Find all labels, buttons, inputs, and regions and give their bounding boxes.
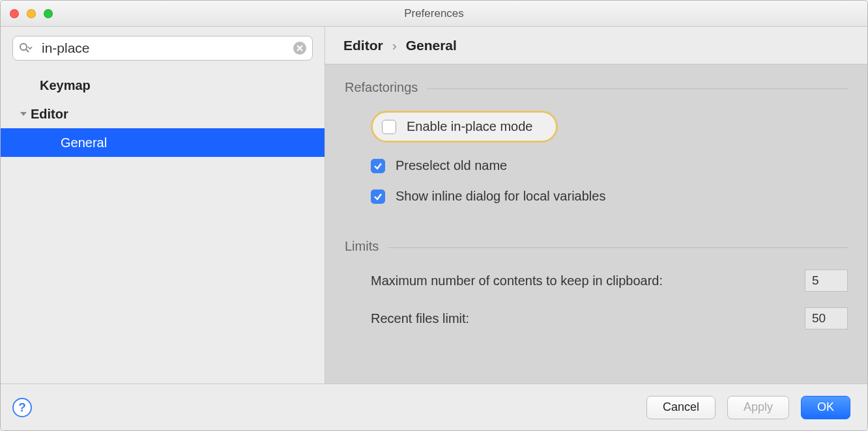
breadcrumb-separator-icon: › — [392, 38, 397, 53]
recent-files-limit-input[interactable] — [805, 307, 848, 329]
sidebar-item-editor[interactable]: Editor — [1, 100, 325, 128]
limit-row-clipboard: Maximum number of contents to keep in cl… — [345, 270, 848, 307]
window-title: Preferences — [1, 7, 867, 20]
svg-point-0 — [20, 44, 27, 50]
search-field — [12, 36, 313, 61]
checkbox-label: Enable in-place mode — [407, 119, 532, 134]
settings-tree: Keymap Editor General — [1, 67, 325, 383]
apply-button[interactable]: Apply — [727, 396, 789, 419]
breadcrumb-part: General — [406, 38, 457, 53]
help-icon: ? — [18, 400, 26, 415]
sidebar-item-label: Keymap — [40, 78, 91, 93]
cancel-button[interactable]: Cancel — [646, 396, 716, 419]
limit-label: Maximum number of contents to keep in cl… — [371, 273, 663, 288]
clipboard-limit-input[interactable] — [805, 270, 848, 292]
checkbox-show-inline-dialog[interactable] — [371, 189, 385, 204]
search-highlight: Enable in-place mode — [371, 111, 558, 143]
sidebar: Keymap Editor General — [1, 27, 325, 383]
titlebar: Preferences — [1, 1, 867, 27]
sidebar-item-keymap[interactable]: Keymap — [1, 71, 325, 100]
preferences-window: Preferences Keymap — [0, 0, 868, 431]
divider — [388, 247, 848, 248]
section-title-limits: Limits — [345, 239, 848, 254]
breadcrumb-part: Editor — [343, 38, 383, 53]
ok-button[interactable]: OK — [801, 396, 850, 419]
footer: ? Cancel Apply OK — [1, 383, 867, 430]
option-show-inline-dialog: Show inline dialog for local variables — [371, 189, 848, 204]
checkbox-enable-in-place-mode[interactable] — [382, 120, 396, 134]
checkbox-preselect-old-name[interactable] — [371, 159, 385, 173]
search-icon — [19, 42, 33, 54]
divider — [427, 89, 848, 89]
help-button[interactable]: ? — [12, 398, 32, 417]
content-area: Refactorings Enable in-place mode — [325, 64, 867, 383]
option-enable-in-place-mode: Enable in-place mode — [371, 111, 848, 143]
svg-line-1 — [26, 49, 29, 52]
chevron-down-icon — [16, 110, 31, 118]
sidebar-item-label: Editor — [31, 107, 68, 122]
section-title-label: Limits — [345, 239, 379, 254]
checkbox-label: Show inline dialog for local variables — [396, 189, 605, 204]
clear-search-button[interactable] — [293, 42, 306, 55]
checkbox-label: Preselect old name — [396, 158, 507, 173]
section-title-label: Refactorings — [345, 80, 418, 95]
limit-label: Recent files limit: — [371, 311, 469, 326]
option-preselect-old-name: Preselect old name — [371, 158, 848, 173]
main-panel: Editor › General Refactorings Enable in-… — [325, 27, 867, 383]
breadcrumb: Editor › General — [325, 27, 867, 64]
search-input[interactable] — [12, 36, 313, 61]
sidebar-item-label: General — [61, 135, 107, 150]
limit-row-recent-files: Recent files limit: — [345, 307, 848, 345]
sidebar-item-general[interactable]: General — [1, 128, 325, 157]
section-title-refactorings: Refactorings — [345, 80, 848, 95]
